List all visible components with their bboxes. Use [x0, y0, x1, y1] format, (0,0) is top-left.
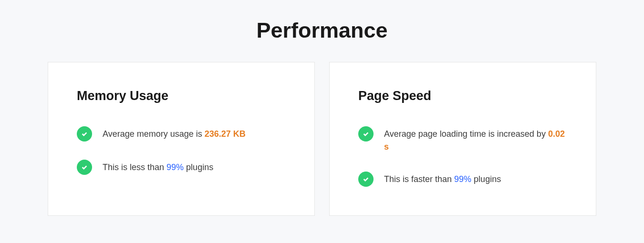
- speed-percent: 99%: [454, 174, 471, 184]
- memory-card-title: Memory Usage: [77, 89, 286, 103]
- speed-card-title: Page Speed: [358, 89, 567, 103]
- check-icon: [77, 126, 92, 142]
- memory-stat-row-1: Average memory usage is 236.27 KB: [77, 126, 286, 142]
- check-icon: [358, 172, 374, 187]
- memory-value: 236.27 KB: [205, 129, 246, 139]
- memory-stat-row-2: This is less than 99% plugins: [77, 160, 286, 175]
- check-icon: [77, 160, 92, 175]
- speed-stat-text-2: This is faster than 99% plugins: [384, 172, 501, 186]
- memory-percent: 99%: [166, 162, 184, 172]
- page-speed-card: Page Speed Average page loading time is …: [329, 62, 596, 216]
- memory-stat-text-2: This is less than 99% plugins: [103, 160, 213, 174]
- memory-stat-prefix-1: Average memory usage is: [103, 129, 205, 139]
- page-title: Performance: [0, 0, 644, 62]
- speed-stat-row-2: This is faster than 99% plugins: [358, 172, 567, 187]
- memory-stat-suffix-2: plugins: [186, 162, 213, 172]
- speed-stat-row-1: Average page loading time is increased b…: [358, 126, 567, 153]
- memory-usage-card: Memory Usage Average memory usage is 236…: [48, 62, 315, 216]
- check-icon: [358, 126, 374, 142]
- speed-stat-prefix-2: This is faster than: [384, 174, 454, 184]
- cards-row: Memory Usage Average memory usage is 236…: [0, 62, 644, 216]
- speed-stat-text-1: Average page loading time is increased b…: [384, 126, 567, 153]
- memory-stat-prefix-2: This is less than: [103, 162, 166, 172]
- memory-stat-text-1: Average memory usage is 236.27 KB: [103, 126, 246, 141]
- performance-panel: Performance Memory Usage Average memory …: [0, 0, 644, 243]
- speed-stat-prefix-1: Average page loading time is increased b…: [384, 129, 548, 139]
- speed-stat-suffix-2: plugins: [474, 174, 501, 184]
